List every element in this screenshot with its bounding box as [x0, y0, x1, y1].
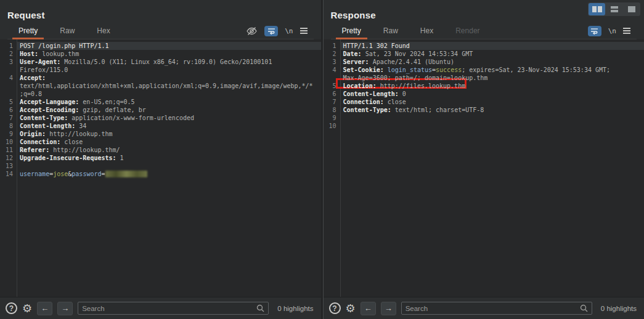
line-number: 9: [0, 130, 13, 138]
code-line[interactable]: 1POST /login.php HTTP/1.1: [0, 42, 321, 50]
code-line[interactable]: 11Referer: http://lookup.thm/: [0, 146, 321, 154]
code-segment: Connection:: [20, 139, 60, 145]
tab-pretty[interactable]: Pretty: [336, 23, 367, 39]
code-segment: Apache/2.4.41 (Ubuntu): [369, 59, 454, 65]
code-segment: Set-Cookie:: [343, 67, 384, 73]
request-search-box: [78, 302, 269, 315]
code-segment: Firefox/115.0: [20, 67, 68, 73]
settings-gear-icon[interactable]: ⚙: [346, 303, 356, 314]
newline-icon[interactable]: \n: [285, 27, 293, 35]
request-editor[interactable]: 1POST /login.php HTTP/1.12Host: lookup.t…: [0, 39, 321, 297]
tab-raw[interactable]: Raw: [377, 23, 404, 39]
tab-hex[interactable]: Hex: [91, 23, 116, 39]
code-line[interactable]: 3Server: Apache/2.4.41 (Ubuntu): [324, 58, 644, 66]
search-next-button[interactable]: →: [57, 302, 73, 315]
code-line[interactable]: 10Connection: close: [0, 138, 321, 146]
response-panel: Response PrettyRawHexRender \n: [324, 0, 644, 319]
code-line[interactable]: 9Origin: http://lookup.thm: [0, 130, 321, 138]
line-number: 6: [324, 90, 336, 98]
line-number: 5: [324, 82, 336, 90]
request-footer: ? ⚙ ← → 0 highlights: [0, 297, 321, 319]
tab-render[interactable]: Render: [449, 23, 486, 39]
code-line[interactable]: 6Accept-Encoding: gzip, deflate, br: [0, 106, 321, 114]
code-line[interactable]: Firefox/115.0: [0, 66, 321, 74]
code-segment: Host:: [20, 50, 38, 57]
menu-icon[interactable]: [300, 28, 308, 34]
code-line[interactable]: text/html,application/xhtml+xml,applicat…: [0, 82, 321, 90]
code-line[interactable]: 5Accept-Language: en-US,en;q=0.5: [0, 98, 321, 106]
single-panel-view-button[interactable]: [623, 3, 640, 15]
tab-pretty[interactable]: Pretty: [12, 23, 44, 39]
tab-raw[interactable]: Raw: [54, 23, 81, 39]
code-segment: 34: [75, 123, 86, 129]
code-line[interactable]: 8Content-Type: text/html; charset=UTF-8: [324, 106, 644, 114]
line-number: 3: [0, 58, 13, 66]
help-icon[interactable]: ?: [329, 302, 341, 314]
code-line[interactable]: 4Set-Cookie: login_status=success; expir…: [324, 66, 644, 74]
tab-hex[interactable]: Hex: [414, 23, 439, 39]
code-segment: jose: [53, 171, 68, 177]
code-line[interactable]: 13: [0, 162, 321, 170]
code-segment: http://files.lookup.thm: [377, 83, 466, 89]
code-line[interactable]: 10: [324, 122, 644, 130]
code-segment: Server:: [343, 59, 369, 65]
code-segment: text/html,application/xhtml+xml,applicat…: [20, 83, 313, 89]
search-icon: [256, 304, 264, 312]
code-segment: Upgrade-Insecure-Requests:: [20, 155, 116, 161]
code-line[interactable]: 4Accept:: [0, 74, 321, 82]
code-segment: Location:: [343, 83, 377, 89]
response-search-input[interactable]: [406, 305, 580, 312]
response-toolbar: \n: [588, 24, 630, 38]
request-search-input[interactable]: [82, 305, 256, 312]
request-panel: Request PrettyRawHex: [0, 0, 321, 319]
response-editor[interactable]: 1HTTP/1.1 302 Found2Date: Sat, 23 Nov 20…: [324, 39, 644, 297]
code-line[interactable]: 7Connection: close: [324, 98, 644, 106]
search-previous-button[interactable]: ←: [361, 302, 376, 315]
code-segment: 1: [116, 155, 124, 161]
code-segment: success: [436, 67, 462, 73]
two-rows-view-button[interactable]: [606, 3, 622, 15]
menu-icon[interactable]: [623, 28, 630, 34]
search-previous-button[interactable]: ←: [37, 302, 52, 315]
word-wrap-icon[interactable]: [264, 26, 278, 36]
code-segment: Sat, 23 Nov 2024 14:53:34 GMT: [362, 50, 473, 57]
line-number: 1: [324, 42, 336, 50]
request-highlights-count: 0 highlights: [277, 305, 313, 312]
code-segment: Accept:: [20, 75, 46, 81]
code-segment: login_status: [388, 67, 432, 73]
code-line[interactable]: 6Content-Length: 0: [324, 90, 644, 98]
code-segment: http://lookup.thm: [46, 131, 112, 137]
code-segment: close: [384, 99, 406, 105]
code-segment: HTTP/1.1 302 Found: [343, 42, 410, 49]
code-line[interactable]: Max-Age=3600; path=/; domain=lookup.thm: [324, 74, 644, 82]
line-number: 2: [324, 50, 336, 58]
code-line[interactable]: 8Content-Length: 34: [0, 122, 321, 130]
code-segment: Content-Type:: [343, 107, 391, 113]
code-line[interactable]: 14username=jose&password=: [0, 170, 321, 178]
code-line[interactable]: 2Date: Sat, 23 Nov 2024 14:53:34 GMT: [324, 50, 644, 58]
code-line[interactable]: 1HTTP/1.1 302 Found: [324, 42, 644, 50]
settings-gear-icon[interactable]: ⚙: [22, 303, 32, 314]
word-wrap-icon[interactable]: [588, 26, 601, 36]
code-line[interactable]: 9: [324, 114, 644, 122]
line-number: 4: [324, 66, 336, 74]
help-icon[interactable]: ?: [6, 302, 17, 314]
code-line[interactable]: 3User-Agent: Mozilla/5.0 (X11; Linux x86…: [0, 58, 321, 66]
search-next-button[interactable]: →: [381, 302, 396, 315]
code-segment: text/html; charset=UTF-8: [391, 107, 484, 113]
code-line[interactable]: ;q=0.8: [0, 90, 321, 98]
request-tab-bar: PrettyRawHex: [7, 23, 314, 39]
code-line[interactable]: 5Location: http://files.lookup.thm: [324, 82, 644, 90]
two-columns-view-button[interactable]: [589, 3, 605, 15]
visibility-hidden-icon[interactable]: [246, 26, 258, 36]
code-line[interactable]: 7Content-Type: application/x-www-form-ur…: [0, 114, 321, 122]
request-title: Request: [7, 10, 314, 20]
code-segment: Date:: [343, 50, 362, 57]
response-tab-bar: PrettyRawHexRender \n: [331, 23, 637, 39]
line-number: 9: [324, 114, 336, 122]
newline-icon[interactable]: \n: [608, 27, 616, 35]
code-line[interactable]: 2Host: lookup.thm: [0, 50, 321, 58]
code-segment: ; expires=Sat, 23-Nov-2024 15:53:34 GMT;: [462, 67, 610, 73]
response-search-box: [401, 302, 592, 315]
code-line[interactable]: 12Upgrade-Insecure-Requests: 1: [0, 154, 321, 162]
